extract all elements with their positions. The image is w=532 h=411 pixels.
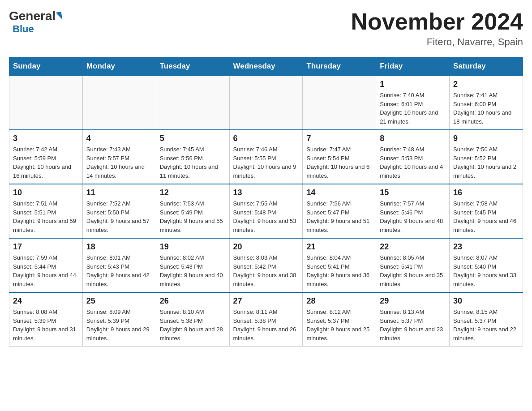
day-info: Sunrise: 8:07 AMSunset: 5:40 PMDaylight:…	[453, 253, 519, 288]
day-number: 28	[306, 296, 372, 306]
day-info: Sunrise: 8:02 AMSunset: 5:43 PMDaylight:…	[160, 253, 226, 288]
day-number: 17	[13, 242, 79, 252]
day-number: 25	[86, 296, 152, 306]
day-number: 12	[160, 188, 226, 197]
day-number: 21	[306, 242, 372, 252]
calendar-body: 1Sunrise: 7:40 AMSunset: 6:01 PMDaylight…	[9, 76, 523, 347]
calendar-cell: 24Sunrise: 8:08 AMSunset: 5:39 PMDayligh…	[9, 292, 83, 347]
day-number: 14	[306, 188, 372, 197]
day-number: 20	[233, 242, 299, 252]
day-number: 22	[380, 242, 446, 252]
day-of-week-header: Monday	[82, 57, 156, 76]
day-info: Sunrise: 7:53 AMSunset: 5:49 PMDaylight:…	[160, 199, 226, 234]
day-number: 7	[306, 134, 372, 143]
day-info: Sunrise: 8:11 AMSunset: 5:38 PMDaylight:…	[233, 308, 299, 342]
day-of-week-header: Tuesday	[156, 57, 229, 76]
day-number: 23	[453, 242, 519, 252]
calendar-cell: 11Sunrise: 7:52 AMSunset: 5:50 PMDayligh…	[82, 184, 156, 238]
day-number: 6	[233, 134, 299, 143]
calendar-cell	[9, 76, 83, 130]
calendar-cell: 28Sunrise: 8:12 AMSunset: 5:37 PMDayligh…	[303, 292, 376, 347]
day-of-week-header: Friday	[376, 57, 450, 76]
day-info: Sunrise: 8:03 AMSunset: 5:42 PMDaylight:…	[233, 253, 299, 288]
calendar-cell: 3Sunrise: 7:42 AMSunset: 5:59 PMDaylight…	[9, 130, 83, 184]
day-number: 8	[380, 134, 446, 143]
calendar-cell: 29Sunrise: 8:13 AMSunset: 5:37 PMDayligh…	[376, 292, 450, 347]
day-info: Sunrise: 7:41 AMSunset: 6:00 PMDaylight:…	[453, 91, 519, 126]
calendar-cell	[303, 76, 376, 130]
calendar-cell: 8Sunrise: 7:48 AMSunset: 5:53 PMDaylight…	[376, 130, 450, 184]
calendar-table: SundayMondayTuesdayWednesdayThursdayFrid…	[9, 57, 523, 347]
day-number: 18	[86, 242, 152, 252]
week-row: 1Sunrise: 7:40 AMSunset: 6:01 PMDaylight…	[9, 76, 523, 130]
day-info: Sunrise: 8:12 AMSunset: 5:37 PMDaylight:…	[306, 308, 372, 342]
calendar-cell: 10Sunrise: 7:51 AMSunset: 5:51 PMDayligh…	[9, 184, 83, 238]
day-info: Sunrise: 7:51 AMSunset: 5:51 PMDaylight:…	[13, 199, 79, 234]
day-number: 3	[13, 134, 79, 143]
day-info: Sunrise: 8:04 AMSunset: 5:41 PMDaylight:…	[306, 253, 372, 288]
logo-blue-text: Blue	[13, 23, 34, 35]
day-info: Sunrise: 7:50 AMSunset: 5:52 PMDaylight:…	[453, 145, 519, 180]
calendar-cell	[82, 76, 156, 130]
calendar-cell: 1Sunrise: 7:40 AMSunset: 6:01 PMDaylight…	[376, 76, 450, 130]
week-row: 17Sunrise: 7:59 AMSunset: 5:44 PMDayligh…	[9, 238, 523, 292]
day-info: Sunrise: 7:42 AMSunset: 5:59 PMDaylight:…	[13, 145, 79, 180]
calendar-subtitle: Fitero, Navarre, Spain	[351, 36, 523, 48]
day-info: Sunrise: 7:43 AMSunset: 5:57 PMDaylight:…	[86, 145, 152, 180]
day-info: Sunrise: 8:01 AMSunset: 5:43 PMDaylight:…	[86, 253, 152, 288]
calendar-cell: 7Sunrise: 7:47 AMSunset: 5:54 PMDaylight…	[303, 130, 376, 184]
day-number: 27	[233, 296, 299, 306]
day-number: 29	[380, 296, 446, 306]
calendar-cell: 4Sunrise: 7:43 AMSunset: 5:57 PMDaylight…	[82, 130, 156, 184]
title-section: November 2024 Fitero, Navarre, Spain	[351, 9, 523, 48]
day-number: 19	[160, 242, 226, 252]
logo-general-text: General	[9, 9, 56, 23]
day-info: Sunrise: 8:08 AMSunset: 5:39 PMDaylight:…	[13, 308, 79, 342]
calendar-cell: 17Sunrise: 7:59 AMSunset: 5:44 PMDayligh…	[9, 238, 83, 292]
calendar-cell: 19Sunrise: 8:02 AMSunset: 5:43 PMDayligh…	[156, 238, 229, 292]
calendar-cell: 12Sunrise: 7:53 AMSunset: 5:49 PMDayligh…	[156, 184, 229, 238]
day-number: 5	[160, 134, 226, 143]
day-info: Sunrise: 7:57 AMSunset: 5:46 PMDaylight:…	[380, 199, 446, 234]
calendar-cell: 27Sunrise: 8:11 AMSunset: 5:38 PMDayligh…	[229, 292, 303, 347]
calendar-cell: 6Sunrise: 7:46 AMSunset: 5:55 PMDaylight…	[229, 130, 303, 184]
day-info: Sunrise: 7:52 AMSunset: 5:50 PMDaylight:…	[86, 199, 152, 234]
calendar-cell	[229, 76, 303, 130]
days-of-week-row: SundayMondayTuesdayWednesdayThursdayFrid…	[9, 57, 523, 76]
calendar-cell: 13Sunrise: 7:55 AMSunset: 5:48 PMDayligh…	[229, 184, 303, 238]
calendar-cell: 5Sunrise: 7:45 AMSunset: 5:56 PMDaylight…	[156, 130, 229, 184]
day-info: Sunrise: 7:46 AMSunset: 5:55 PMDaylight:…	[233, 145, 299, 180]
calendar-header: SundayMondayTuesdayWednesdayThursdayFrid…	[9, 57, 523, 76]
day-number: 13	[233, 188, 299, 197]
day-number: 30	[453, 296, 519, 306]
day-info: Sunrise: 8:13 AMSunset: 5:37 PMDaylight:…	[380, 308, 446, 342]
calendar-cell: 2Sunrise: 7:41 AMSunset: 6:00 PMDaylight…	[450, 76, 523, 130]
day-number: 9	[453, 134, 519, 143]
day-info: Sunrise: 7:58 AMSunset: 5:45 PMDaylight:…	[453, 199, 519, 234]
logo: General Blue	[9, 9, 62, 35]
day-info: Sunrise: 7:56 AMSunset: 5:47 PMDaylight:…	[306, 199, 372, 234]
day-info: Sunrise: 7:45 AMSunset: 5:56 PMDaylight:…	[160, 145, 226, 180]
day-number: 15	[380, 188, 446, 197]
week-row: 3Sunrise: 7:42 AMSunset: 5:59 PMDaylight…	[9, 130, 523, 184]
day-of-week-header: Sunday	[9, 57, 83, 76]
day-info: Sunrise: 7:40 AMSunset: 6:01 PMDaylight:…	[380, 91, 446, 126]
day-number: 26	[160, 296, 226, 306]
day-of-week-header: Thursday	[303, 57, 376, 76]
day-info: Sunrise: 7:47 AMSunset: 5:54 PMDaylight:…	[306, 145, 372, 180]
day-of-week-header: Saturday	[450, 57, 523, 76]
week-row: 24Sunrise: 8:08 AMSunset: 5:39 PMDayligh…	[9, 292, 523, 347]
day-number: 10	[13, 188, 79, 197]
calendar-cell: 20Sunrise: 8:03 AMSunset: 5:42 PMDayligh…	[229, 238, 303, 292]
day-info: Sunrise: 8:05 AMSunset: 5:41 PMDaylight:…	[380, 253, 446, 288]
calendar-cell: 22Sunrise: 8:05 AMSunset: 5:41 PMDayligh…	[376, 238, 450, 292]
day-info: Sunrise: 8:15 AMSunset: 5:37 PMDaylight:…	[453, 308, 519, 342]
calendar-cell: 14Sunrise: 7:56 AMSunset: 5:47 PMDayligh…	[303, 184, 376, 238]
page-header: General Blue November 2024 Fitero, Navar…	[9, 9, 523, 48]
day-info: Sunrise: 8:09 AMSunset: 5:39 PMDaylight:…	[86, 308, 152, 342]
logo-arrow-icon	[56, 12, 63, 21]
calendar-cell: 30Sunrise: 8:15 AMSunset: 5:37 PMDayligh…	[450, 292, 523, 347]
day-number: 16	[453, 188, 519, 197]
calendar-cell: 9Sunrise: 7:50 AMSunset: 5:52 PMDaylight…	[450, 130, 523, 184]
calendar-cell: 23Sunrise: 8:07 AMSunset: 5:40 PMDayligh…	[450, 238, 523, 292]
